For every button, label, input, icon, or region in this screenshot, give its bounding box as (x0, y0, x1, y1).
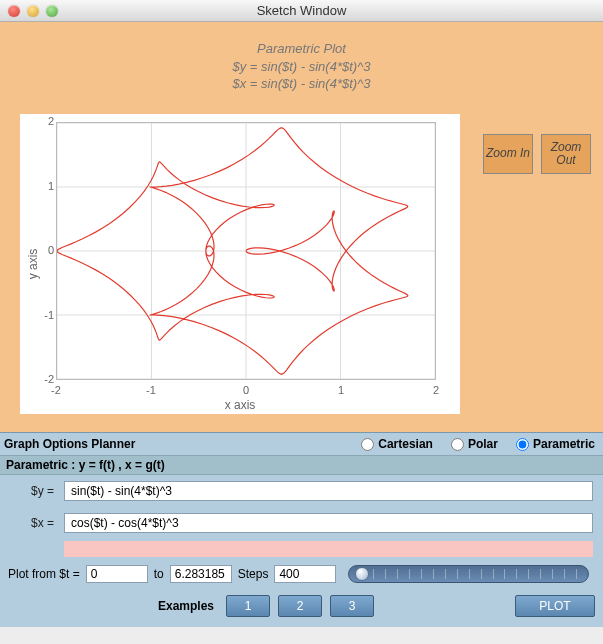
y-tick: 0 (34, 244, 54, 256)
zoom-in-button[interactable]: Zoom In (483, 134, 533, 174)
titlebar: Sketch Window (0, 0, 603, 22)
t-to-input[interactable] (170, 565, 232, 583)
x-tick: 0 (234, 384, 258, 396)
plot-button[interactable]: PLOT (515, 595, 595, 617)
x-tick: 1 (329, 384, 353, 396)
mode-polar[interactable]: Polar (451, 437, 498, 451)
zoom-out-button[interactable]: Zoom Out (541, 134, 591, 174)
steps-slider[interactable] (342, 565, 595, 583)
graph-options-panel: Graph Options Planner Cartesian Polar Pa… (0, 432, 603, 627)
y-tick: -1 (34, 309, 54, 321)
radio-polar[interactable] (451, 438, 464, 451)
y-tick: 1 (34, 180, 54, 192)
x-eq-input[interactable] (64, 513, 593, 533)
mode-description: Parametric : y = f(t) , x = g(t) (0, 455, 603, 475)
t-from-input[interactable] (86, 565, 148, 583)
x-tick: -1 (139, 384, 163, 396)
range-from-label: Plot from $t = (8, 567, 80, 581)
example-3-button[interactable]: 3 (330, 595, 374, 617)
radio-cartesian[interactable] (361, 438, 374, 451)
mode-cartesian[interactable]: Cartesian (361, 437, 433, 451)
mode-parametric[interactable]: Parametric (516, 437, 595, 451)
slider-thumb[interactable] (355, 567, 369, 581)
x-eq-label: $x = (10, 516, 54, 530)
panel-title: Graph Options Planner (4, 437, 135, 451)
zoom-icon[interactable] (46, 5, 58, 17)
example-2-button[interactable]: 2 (278, 595, 322, 617)
plot-eq-x: $x = sin($t) - sin(4*$t)^3 (10, 75, 593, 93)
chart-box: y axis x axis -2-1012-2-1012 (20, 114, 460, 414)
steps-input[interactable] (274, 565, 336, 583)
plot-area: Parametric Plot $y = sin($t) - sin(4*$t)… (0, 22, 603, 432)
steps-label: Steps (238, 567, 269, 581)
close-icon[interactable] (8, 5, 20, 17)
window-controls (8, 5, 58, 17)
status-strip (64, 541, 593, 557)
plot-title: Parametric Plot (10, 40, 593, 58)
plot-eq-y: $y = sin($t) - sin(4*$t)^3 (10, 58, 593, 76)
y-eq-label: $y = (10, 484, 54, 498)
y-eq-input[interactable] (64, 481, 593, 501)
minimize-icon[interactable] (27, 5, 39, 17)
chart-canvas (56, 122, 436, 380)
examples-label: Examples (8, 599, 218, 613)
example-1-button[interactable]: 1 (226, 595, 270, 617)
zoom-button-group: Zoom In Zoom Out (483, 134, 591, 174)
x-tick: -2 (44, 384, 68, 396)
x-tick: 2 (424, 384, 448, 396)
slider-track[interactable] (348, 565, 589, 583)
mode-radio-group: Cartesian Polar Parametric (361, 437, 595, 451)
plot-title-block: Parametric Plot $y = sin($t) - sin(4*$t)… (10, 40, 593, 93)
y-tick: 2 (34, 115, 54, 127)
range-to-label: to (154, 567, 164, 581)
window-title: Sketch Window (0, 3, 603, 18)
radio-parametric[interactable] (516, 438, 529, 451)
x-axis-label: x axis (20, 398, 460, 412)
